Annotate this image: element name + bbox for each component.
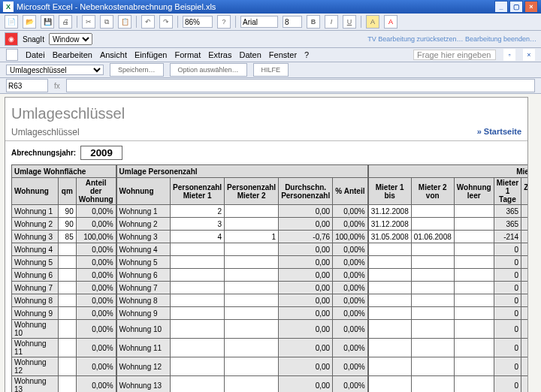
cell-m1-bis[interactable]: 31.12.2008: [368, 218, 411, 231]
cell-leer[interactable]: [454, 357, 494, 376]
font-size-field[interactable]: [283, 16, 302, 28]
cell-p2[interactable]: [225, 320, 279, 339]
cell-p2[interactable]: [225, 294, 279, 307]
cell-m1-bis[interactable]: [368, 243, 411, 256]
zoom-field[interactable]: [183, 16, 213, 28]
help-button[interactable]: HILFE: [253, 63, 289, 77]
font-color-icon[interactable]: A: [384, 15, 397, 29]
cell-m2-von[interactable]: [411, 339, 454, 357]
cell-p1[interactable]: [171, 243, 225, 256]
startseite-link[interactable]: » Startseite: [477, 127, 521, 137]
cell-wohnung-2[interactable]: Wohnung 13: [116, 376, 170, 393]
cell-m1-bis[interactable]: [368, 282, 411, 294]
menu-daten[interactable]: Daten: [239, 50, 261, 59]
cell-m1-bis[interactable]: [368, 307, 411, 320]
cell-wohnung[interactable]: Wohnung 12: [12, 357, 59, 376]
worksheet-area[interactable]: Umlageschlüssel Umlageschlüssel » Starts…: [5, 97, 528, 392]
cell-m1-bis[interactable]: [368, 357, 411, 376]
restore-window-icon[interactable]: ▫: [503, 49, 515, 61]
cell-leer[interactable]: [454, 256, 494, 269]
cell-m1-bis[interactable]: [368, 256, 411, 269]
maximize-button[interactable]: ▢: [509, 1, 523, 13]
cell-m2-von[interactable]: [411, 294, 454, 307]
cell-wohnung[interactable]: Wohnung 8: [12, 294, 59, 307]
cell-wohnung-2[interactable]: Wohnung 12: [116, 357, 170, 376]
menu-datei[interactable]: Datei: [26, 50, 45, 59]
cell-p1[interactable]: [171, 339, 225, 357]
cell-wohnung[interactable]: Wohnung 1: [12, 205, 59, 218]
menu-ansicht[interactable]: Ansicht: [100, 50, 127, 59]
cell-wohnung-2[interactable]: Wohnung 1: [116, 205, 170, 218]
cell-m2-von[interactable]: [411, 243, 454, 256]
cell-wohnung[interactable]: Wohnung 3: [12, 231, 59, 243]
cell-m2-von[interactable]: [411, 376, 454, 393]
menu-einfügen[interactable]: Einfügen: [134, 50, 167, 59]
cell-p1[interactable]: [171, 282, 225, 294]
cell-p2[interactable]: [225, 218, 279, 231]
help-icon[interactable]: ?: [217, 15, 231, 29]
cell-leer[interactable]: [454, 320, 494, 339]
cell-qm[interactable]: [59, 243, 77, 256]
cell-m2-von[interactable]: [411, 307, 454, 320]
cell-p1[interactable]: 3: [171, 218, 225, 231]
cell-qm[interactable]: [59, 282, 77, 294]
cell-wohnung-2[interactable]: Wohnung 3: [116, 231, 170, 243]
cell-m1-bis[interactable]: 31.05.2008: [368, 231, 411, 243]
cell-leer[interactable]: [454, 205, 494, 218]
cell-p2[interactable]: [225, 339, 279, 357]
cut-icon[interactable]: ✂: [82, 15, 95, 29]
cell-leer[interactable]: [454, 243, 494, 256]
cell-leer[interactable]: [454, 307, 494, 320]
cell-qm[interactable]: 90: [59, 205, 77, 218]
year-input[interactable]: [80, 146, 122, 160]
fx-icon[interactable]: fx: [54, 82, 60, 90]
fill-color-icon[interactable]: A: [366, 15, 379, 29]
cell-leer[interactable]: [454, 376, 494, 393]
cell-p2[interactable]: [225, 205, 279, 218]
cell-p2[interactable]: [225, 282, 279, 294]
bold-icon[interactable]: B: [307, 15, 320, 29]
cell-qm[interactable]: [59, 376, 77, 393]
cell-p1[interactable]: [171, 376, 225, 393]
cell-wohnung-2[interactable]: Wohnung 5: [116, 256, 170, 269]
cell-p1[interactable]: [171, 269, 225, 282]
cell-p1[interactable]: [171, 320, 225, 339]
cell-m1-bis[interactable]: [368, 269, 411, 282]
cell-qm[interactable]: [59, 269, 77, 282]
save-icon[interactable]: 💾: [41, 15, 54, 29]
cell-m1-bis[interactable]: [368, 339, 411, 357]
formula-input[interactable]: [66, 79, 535, 92]
cell-p1[interactable]: 4: [171, 231, 225, 243]
cell-p2[interactable]: [225, 307, 279, 320]
cell-m2-von[interactable]: [411, 357, 454, 376]
underline-icon[interactable]: U: [343, 15, 356, 29]
cell-m1-bis[interactable]: [368, 294, 411, 307]
redo-icon[interactable]: ↷: [159, 15, 173, 29]
cell-wohnung-2[interactable]: Wohnung 11: [116, 339, 170, 357]
cell-leer[interactable]: [454, 282, 494, 294]
cell-m1-bis[interactable]: 31.12.2008: [368, 205, 411, 218]
cell-wohnung-2[interactable]: Wohnung 4: [116, 243, 170, 256]
cell-qm[interactable]: [59, 357, 77, 376]
paste-icon[interactable]: 📋: [118, 15, 131, 29]
cell-qm[interactable]: [59, 339, 77, 357]
cell-p2[interactable]: 1: [225, 231, 279, 243]
cell-m2-von[interactable]: [411, 256, 454, 269]
cell-qm[interactable]: 90: [59, 218, 77, 231]
cell-wohnung-2[interactable]: Wohnung 10: [116, 320, 170, 339]
cell-wohnung[interactable]: Wohnung 6: [12, 269, 59, 282]
cell-m2-von[interactable]: [411, 218, 454, 231]
cell-p1[interactable]: 2: [171, 205, 225, 218]
cell-leer[interactable]: [454, 294, 494, 307]
cell-leer[interactable]: [454, 339, 494, 357]
cell-p2[interactable]: [225, 256, 279, 269]
cell-m2-von[interactable]: [411, 269, 454, 282]
open-icon[interactable]: 📂: [23, 15, 36, 29]
cell-qm[interactable]: [59, 320, 77, 339]
font-name-field[interactable]: [240, 16, 278, 28]
cell-p2[interactable]: [225, 269, 279, 282]
minimize-button[interactable]: _: [494, 1, 508, 13]
cell-p2[interactable]: [225, 357, 279, 376]
menu-bearbeiten[interactable]: Bearbeiten: [53, 50, 92, 59]
snagit-icon[interactable]: ◉: [5, 32, 18, 46]
